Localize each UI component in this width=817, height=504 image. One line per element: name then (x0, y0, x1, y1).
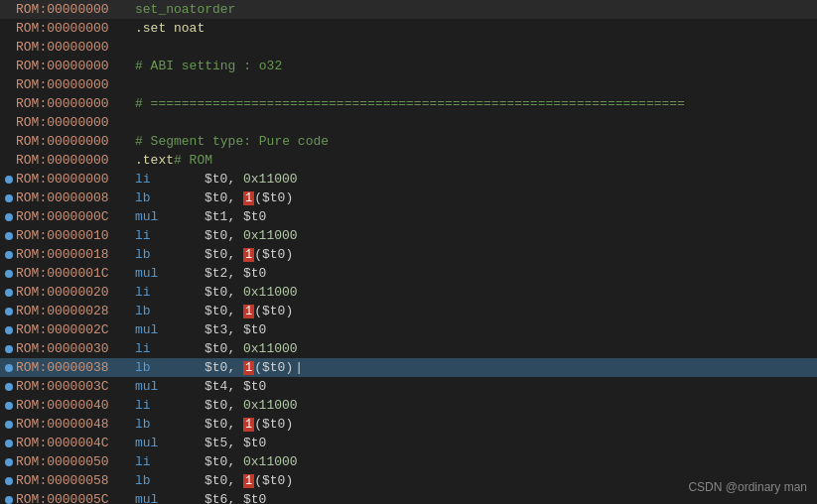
separator-line: # ======================================… (135, 96, 685, 111)
breakpoint-dot[interactable] (2, 270, 16, 278)
breakpoint-dot[interactable] (2, 440, 16, 447)
breakpoint-dot[interactable] (2, 477, 16, 485)
dot-indicator (5, 308, 13, 315)
dot-indicator (5, 213, 13, 221)
instruction-content: lb$t0, 1($t0) (135, 417, 817, 432)
register: $t1, $t0 (204, 209, 266, 224)
operand-tail: ($t0) (254, 304, 293, 318)
mnemonic: lb (135, 190, 204, 205)
operand-tail: ($t0) (254, 417, 293, 432)
breakpoint-dot[interactable] (2, 364, 16, 372)
register: $t0, (204, 190, 243, 205)
address-label: ROM:0000004C (16, 436, 135, 450)
red-indicator: 1 (243, 305, 254, 318)
instruction-content: li$t0, 0x11000 (135, 172, 817, 187)
breakpoint-dot[interactable] (2, 421, 16, 429)
register: $t0, (204, 398, 243, 413)
dot-indicator (5, 345, 13, 353)
hex-value: 0x11000 (243, 172, 298, 187)
register: $t0, (204, 247, 243, 262)
code-line: ROM:00000020 li$t0, 0x11000 (0, 283, 817, 302)
mnemonic: mul (135, 379, 204, 394)
register: $t4, $t0 (204, 379, 266, 394)
instruction-content: .text # ROM (135, 153, 817, 168)
hex-value: 0x11000 (243, 398, 298, 413)
hex-value: 0x11000 (243, 228, 298, 243)
operands: $t0, 1($t0) (204, 190, 293, 205)
register: $t0, (204, 417, 243, 432)
instruction-content: li$t0, 0x11000 (135, 228, 817, 243)
breakpoint-dot[interactable] (2, 458, 16, 466)
breakpoint-dot[interactable] (2, 176, 16, 184)
address-label: ROM:0000001C (16, 266, 135, 281)
operands: $t5, $t0 (204, 436, 266, 450)
breakpoint-dot[interactable] (2, 383, 16, 391)
address-label: ROM:00000000 (16, 21, 135, 36)
breakpoint-dot[interactable] (2, 345, 16, 353)
code-line: ROM:0000004C mul$t5, $t0 (0, 434, 817, 452)
mnemonic: lb (135, 247, 204, 262)
breakpoint-dot[interactable] (2, 232, 16, 240)
mnemonic: mul (135, 436, 204, 450)
register: $t0, (204, 172, 243, 187)
breakpoint-dot[interactable] (2, 326, 16, 334)
breakpoint-dot[interactable] (2, 308, 16, 315)
operands: $t4, $t0 (204, 379, 266, 394)
dot-indicator (5, 477, 13, 485)
register: $t0, (204, 304, 243, 318)
red-indicator: 1 (243, 361, 254, 375)
address-label: ROM:00000000 (16, 153, 135, 168)
operand-tail: ($t0) (254, 190, 293, 205)
address-label: ROM:00000030 (16, 341, 135, 356)
breakpoint-dot[interactable] (2, 402, 16, 410)
mnemonic: mul (135, 266, 204, 281)
code-line: ROM:00000000.text # ROM (0, 151, 817, 170)
code-line: ROM:0000002C mul$t3, $t0 (0, 320, 817, 339)
mnemonic: mul (135, 322, 204, 337)
code-line: ROM:00000008 lb$t0, 1($t0) (0, 189, 817, 207)
breakpoint-dot[interactable] (2, 213, 16, 221)
operand-tail: ($t0) (254, 473, 293, 488)
dot-indicator (5, 364, 13, 372)
code-line: ROM:00000018 lb$t0, 1($t0) (0, 245, 817, 264)
breakpoint-dot[interactable] (2, 496, 16, 504)
address-label: ROM:00000048 (16, 417, 135, 432)
operand-tail: ($t0) (254, 247, 293, 262)
operand-tail: ($t0) (254, 360, 293, 375)
mnemonic: li (135, 228, 204, 243)
watermark: CSDN @ordinary man (688, 480, 807, 494)
mnemonic: lb (135, 473, 204, 488)
register: $t2, $t0 (204, 266, 266, 281)
breakpoint-dot[interactable] (2, 289, 16, 297)
instruction-content: lb$t0, 1($t0) (135, 247, 817, 262)
code-line: ROM:00000010 li$t0, 0x11000 (0, 226, 817, 245)
comment-text: # ROM (174, 153, 212, 168)
operands: $t0, 1($t0) (204, 247, 293, 262)
code-line: ROM:00000048 lb$t0, 1($t0) (0, 415, 817, 434)
code-view: ROM:00000000set_noatorderROM:00000000.se… (0, 0, 817, 504)
address-label: ROM:00000058 (16, 473, 135, 488)
instruction-content: lb$t0, 1($t0) (135, 190, 817, 205)
register: $t0, (204, 341, 243, 356)
code-line: ROM:0000000C mul$t1, $t0 (0, 207, 817, 226)
instruction-content: li$t0, 0x11000 (135, 341, 817, 356)
operands: $t2, $t0 (204, 266, 266, 281)
mnemonic: mul (135, 492, 204, 504)
instruction-content: mul$t5, $t0 (135, 436, 817, 450)
operands: $t0, 0x11000 (204, 285, 298, 300)
code-line: ROM:00000000# Segment type: Pure code (0, 132, 817, 151)
register: $t3, $t0 (204, 322, 266, 337)
instruction-content: lb$t0, 1($t0)| (135, 360, 817, 375)
code-line: ROM:00000000 (0, 113, 817, 132)
instruction-content: # ABI setting : o32 (135, 59, 817, 73)
address-label: ROM:0000003C (16, 379, 135, 394)
register: $t0, (204, 228, 243, 243)
register: $t6, $t0 (204, 492, 266, 504)
dot-indicator (5, 194, 13, 202)
operands: $t3, $t0 (204, 322, 266, 337)
breakpoint-dot[interactable] (2, 251, 16, 259)
address-label: ROM:00000010 (16, 228, 135, 243)
operands: $t0, 0x11000 (204, 172, 298, 187)
breakpoint-dot[interactable] (2, 194, 16, 202)
dot-indicator (5, 289, 13, 297)
